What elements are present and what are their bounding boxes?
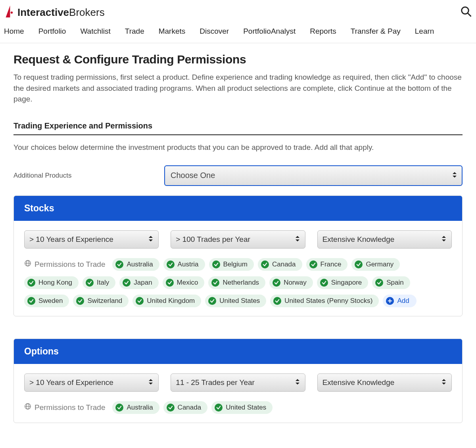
market-chip-label: France: [321, 260, 342, 268]
check-icon: [76, 297, 84, 305]
options-panel-header: Options: [14, 339, 462, 364]
chevron-sort-icon: [441, 235, 446, 244]
market-chip-label: Canada: [178, 404, 202, 412]
nav-markets[interactable]: Markets: [159, 27, 186, 36]
check-icon: [320, 279, 328, 287]
options-knowledge-select[interactable]: Extensive Knowledge: [317, 373, 452, 392]
content-area: Request & Configure Trading Permissions …: [0, 43, 476, 431]
stocks-knowledge-value: Extensive Knowledge: [317, 230, 452, 249]
nav-discover[interactable]: Discover: [200, 27, 229, 36]
check-icon: [167, 260, 175, 268]
svg-point-0: [11, 11, 13, 13]
stocks-panel-header: Stocks: [14, 196, 462, 221]
main-nav: Home Portfolio Watchlist Trade Markets D…: [0, 19, 476, 43]
market-chip[interactable]: Austria: [163, 258, 205, 271]
chevron-sort-icon: [295, 378, 300, 387]
brand-text: InteractiveBrokers: [17, 6, 105, 19]
search-icon[interactable]: [460, 6, 472, 19]
chevron-sort-icon: [295, 235, 300, 244]
market-chip[interactable]: United States: [211, 401, 273, 414]
check-icon: [261, 260, 269, 268]
market-chip-label: Sweden: [38, 297, 63, 305]
check-icon: [166, 279, 174, 287]
permissions-to-trade-label: Permissions to Trade: [24, 260, 105, 269]
options-trades-value: 11 - 25 Trades per Year: [171, 373, 305, 392]
logo-icon: [4, 6, 15, 19]
add-market-chip[interactable]: Add: [383, 295, 416, 307]
check-icon: [273, 297, 281, 305]
stocks-trades-select[interactable]: > 100 Trades per Year: [171, 230, 305, 249]
market-chip-label: Netherlands: [223, 279, 259, 287]
top-bar: InteractiveBrokers: [0, 0, 476, 19]
market-chip[interactable]: Australia: [112, 258, 159, 271]
market-chip[interactable]: Belgium: [209, 258, 254, 271]
chevron-sort-icon: [148, 235, 153, 244]
chevron-sort-icon: [441, 378, 446, 387]
chevron-sort-icon: [148, 378, 153, 387]
nav-transfer-pay[interactable]: Transfer & Pay: [351, 27, 401, 36]
check-icon: [208, 297, 216, 305]
market-chip[interactable]: Singapore: [317, 276, 369, 289]
check-icon: [136, 297, 144, 305]
nav-trade[interactable]: Trade: [125, 27, 144, 36]
check-icon: [27, 297, 35, 305]
market-chip[interactable]: Germany: [351, 258, 400, 271]
check-icon: [273, 279, 280, 287]
market-chip-label: Switzerland: [87, 297, 122, 305]
market-chip[interactable]: Japan: [119, 276, 158, 289]
market-chip-label: Germany: [366, 260, 393, 268]
check-icon: [27, 279, 35, 287]
nav-portfolio[interactable]: Portfolio: [38, 27, 66, 36]
market-chip-label: United States: [219, 297, 260, 305]
globe-icon: [24, 260, 31, 269]
section-title: Trading Experience and Permissions: [13, 121, 463, 135]
nav-portfolioanalyst[interactable]: PortfolioAnalyst: [243, 27, 296, 36]
check-icon: [86, 279, 94, 287]
nav-home[interactable]: Home: [4, 27, 24, 36]
market-chip-label: United States (Penny Stocks): [284, 297, 372, 305]
market-chip[interactable]: United States: [205, 295, 266, 307]
plus-icon: [386, 297, 394, 305]
permissions-label-text: Permissions to Trade: [35, 403, 105, 412]
permissions-label-text: Permissions to Trade: [35, 260, 105, 269]
stocks-knowledge-select[interactable]: Extensive Knowledge: [317, 230, 452, 249]
market-chip[interactable]: Canada: [258, 258, 302, 271]
market-chip[interactable]: Mexico: [163, 276, 205, 289]
market-chip[interactable]: Norway: [269, 276, 313, 289]
check-icon: [375, 279, 383, 287]
market-chip[interactable]: Sweden: [24, 295, 69, 307]
nav-reports[interactable]: Reports: [310, 27, 336, 36]
market-chip[interactable]: Netherlands: [208, 276, 265, 289]
market-chip-label: Belgium: [223, 260, 248, 268]
market-chip[interactable]: United Kingdom: [132, 295, 201, 307]
market-chip[interactable]: Australia: [112, 401, 159, 414]
nav-watchlist[interactable]: Watchlist: [80, 27, 110, 36]
svg-line-2: [468, 13, 471, 17]
brand-logo[interactable]: InteractiveBrokers: [4, 6, 105, 19]
options-panel: Options > 10 Years of Experience 11 - 25…: [13, 339, 463, 423]
stocks-experience-value: > 10 Years of Experience: [24, 230, 159, 249]
market-chip[interactable]: Spain: [372, 276, 410, 289]
market-chip-label: United States: [226, 404, 266, 412]
additional-products-value: Choose One: [164, 165, 463, 186]
market-chip[interactable]: Switzerland: [73, 295, 129, 307]
options-experience-select[interactable]: > 10 Years of Experience: [24, 373, 159, 392]
options-trades-select[interactable]: 11 - 25 Trades per Year: [171, 373, 305, 392]
market-chip-label: Norway: [284, 279, 307, 287]
market-chip[interactable]: Canada: [163, 401, 208, 414]
section-description: Your choices below determine the investm…: [13, 143, 463, 152]
additional-products-row: Additional Products Choose One: [13, 165, 463, 186]
market-chip[interactable]: France: [306, 258, 348, 271]
additional-products-select[interactable]: Choose One: [164, 165, 463, 186]
market-chip-label: Austria: [178, 260, 199, 268]
check-icon: [123, 279, 131, 287]
market-chip[interactable]: Italy: [83, 276, 115, 289]
market-chip[interactable]: Hong Kong: [24, 276, 79, 289]
market-chip[interactable]: United States (Penny Stocks): [270, 295, 379, 307]
check-icon: [115, 404, 123, 412]
stocks-experience-select[interactable]: > 10 Years of Experience: [24, 230, 159, 249]
check-icon: [167, 404, 175, 412]
check-icon: [215, 404, 223, 412]
market-chip-label: Hong Kong: [38, 279, 72, 287]
nav-learn[interactable]: Learn: [415, 27, 434, 36]
